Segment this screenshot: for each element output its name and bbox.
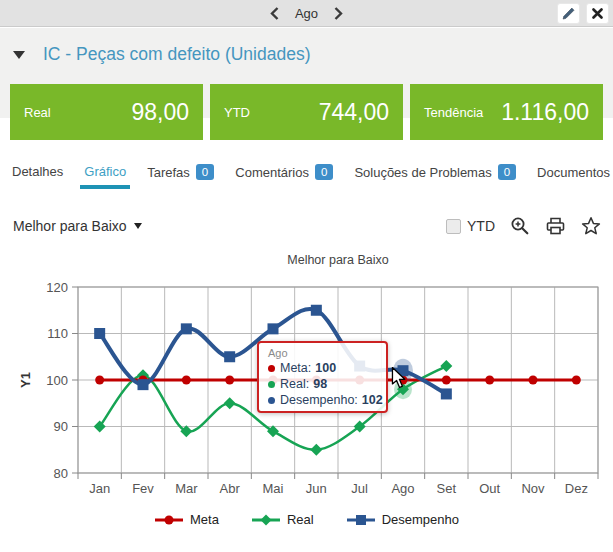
previous-period-button[interactable] — [268, 5, 281, 22]
kpi-value: 1.116,00 — [501, 99, 589, 126]
edit-button[interactable] — [557, 3, 580, 24]
zoom-button[interactable] — [510, 216, 530, 236]
tab-label: Comentários — [235, 165, 309, 180]
star-outline-icon — [581, 216, 601, 236]
tab-documentos[interactable]: Documentos0 — [535, 160, 613, 190]
tab-label: Tarefas — [147, 165, 190, 180]
tooltip-label: Meta — [280, 360, 308, 376]
printer-icon — [545, 216, 566, 236]
tab-label: Detalhes — [12, 164, 63, 179]
svg-text:Mar: Mar — [175, 481, 198, 496]
svg-text:Melhor para Baixo: Melhor para Baixo — [287, 253, 388, 267]
top-bar: Ago — [0, 0, 613, 27]
legend-label: Real — [287, 512, 314, 527]
period-navigator: Ago — [0, 0, 613, 27]
kpi-value: 744,00 — [319, 99, 389, 126]
kpi-card-real: Real 98,00 — [10, 84, 203, 140]
svg-text:90: 90 — [54, 419, 68, 434]
direction-dropdown[interactable]: Melhor para Baixo — [13, 218, 142, 234]
kpi-card-ytd: YTD 744,00 — [210, 84, 403, 140]
tooltip-row-desempenho: Desempenho:102 — [268, 392, 377, 408]
close-button[interactable] — [586, 3, 609, 24]
magnifier-plus-icon — [510, 216, 530, 236]
svg-text:Dez: Dez — [565, 481, 588, 496]
legend-label: Meta — [190, 512, 219, 527]
tab-label: Soluções de Problemas — [354, 165, 491, 180]
chart-area: Melhor para Baixo8090100110120JanFevMarA… — [0, 248, 613, 510]
legend-item-desempenho[interactable]: Desempenho — [346, 512, 459, 527]
svg-text:Set: Set — [437, 481, 457, 496]
kpi-label: YTD — [224, 105, 250, 120]
svg-text:100: 100 — [46, 373, 68, 388]
tab-bar: Detalhes Gráfico Tarefas0 Comentários0 S… — [10, 160, 610, 192]
tooltip-row-meta: Meta:100 — [268, 360, 377, 376]
chart-legend: Meta Real Desempenho — [0, 512, 613, 527]
chevron-left-icon — [270, 7, 279, 20]
meta-dot-icon — [268, 365, 275, 372]
desempenho-dot-icon — [268, 397, 275, 404]
kpi-label: Real — [24, 105, 51, 120]
ytd-checkbox-group: YTD — [446, 218, 495, 234]
svg-text:Y1: Y1 — [18, 372, 33, 388]
count-badge: 0 — [498, 164, 516, 180]
kpi-card-tendencia: Tendência 1.116,00 — [410, 84, 603, 140]
period-label: Ago — [295, 6, 318, 21]
direction-dropdown-label: Melhor para Baixo — [13, 218, 127, 234]
kpi-value: 98,00 — [131, 99, 189, 126]
legend-item-meta[interactable]: Meta — [154, 512, 219, 527]
svg-text:Ago: Ago — [391, 481, 414, 496]
tooltip-title: Ago — [268, 347, 377, 359]
tooltip-label: Desempenho — [280, 392, 354, 408]
next-period-button[interactable] — [332, 5, 345, 22]
chart-tools: YTD — [446, 216, 601, 236]
chevron-right-icon — [334, 7, 343, 20]
kpi-cards: Real 98,00 YTD 744,00 Tendência 1.116,00 — [10, 84, 603, 140]
header: IC - Peças com defeito (Unidades) — [13, 44, 310, 65]
svg-text:Jul: Jul — [351, 481, 368, 496]
legend-label: Desempenho — [382, 512, 459, 527]
page-title: IC - Peças com defeito (Unidades) — [43, 44, 310, 65]
svg-text:Mai: Mai — [263, 481, 284, 496]
meta-marker-icon — [154, 513, 184, 527]
tab-label: Gráfico — [84, 164, 126, 179]
favorite-button[interactable] — [581, 216, 601, 236]
real-marker-icon — [251, 513, 281, 527]
svg-text:Jan: Jan — [89, 481, 110, 496]
tooltip-value: 98 — [313, 376, 327, 392]
real-dot-icon — [268, 381, 275, 388]
count-badge: 0 — [315, 164, 333, 180]
kpi-label: Tendência — [424, 105, 483, 120]
pencil-icon — [562, 7, 575, 20]
tooltip-value: 102 — [362, 392, 383, 408]
tab-comentarios[interactable]: Comentários0 — [233, 160, 335, 190]
topbar-actions — [557, 3, 609, 24]
tab-solucoes-de-problemas[interactable]: Soluções de Problemas0 — [352, 160, 518, 190]
tab-detalhes[interactable]: Detalhes — [10, 160, 65, 189]
kpi-panel: Ago IC - Peças com defeito (Unidades) Re… — [0, 0, 613, 552]
print-button[interactable] — [545, 216, 566, 236]
svg-text:120: 120 — [46, 280, 68, 295]
ytd-checkbox[interactable] — [446, 219, 461, 234]
svg-text:Fev: Fev — [132, 481, 154, 496]
chart-controls: Melhor para Baixo YTD — [13, 213, 601, 239]
tab-grafico[interactable]: Gráfico — [82, 160, 128, 189]
svg-text:80: 80 — [54, 466, 68, 481]
tooltip-value: 100 — [315, 360, 336, 376]
tab-tarefas[interactable]: Tarefas0 — [145, 160, 216, 190]
tooltip-row-real: Real:98 — [268, 376, 377, 392]
legend-item-real[interactable]: Real — [251, 512, 314, 527]
mouse-cursor-icon — [391, 367, 407, 391]
ytd-checkbox-label: YTD — [467, 218, 495, 234]
svg-text:Out: Out — [479, 481, 500, 496]
svg-text:Jun: Jun — [306, 481, 327, 496]
chart-tooltip: Ago Meta:100 Real:98 Desempenho:102 — [257, 341, 388, 413]
tooltip-label: Real — [280, 376, 306, 392]
caret-down-icon — [134, 223, 142, 229]
tab-label: Documentos — [537, 165, 610, 180]
count-badge: 0 — [196, 164, 214, 180]
close-icon — [592, 8, 603, 19]
svg-text:Abr: Abr — [220, 481, 241, 496]
svg-text:110: 110 — [47, 326, 68, 341]
svg-text:Nov: Nov — [521, 481, 545, 496]
collapse-triangle-icon[interactable] — [13, 51, 25, 59]
